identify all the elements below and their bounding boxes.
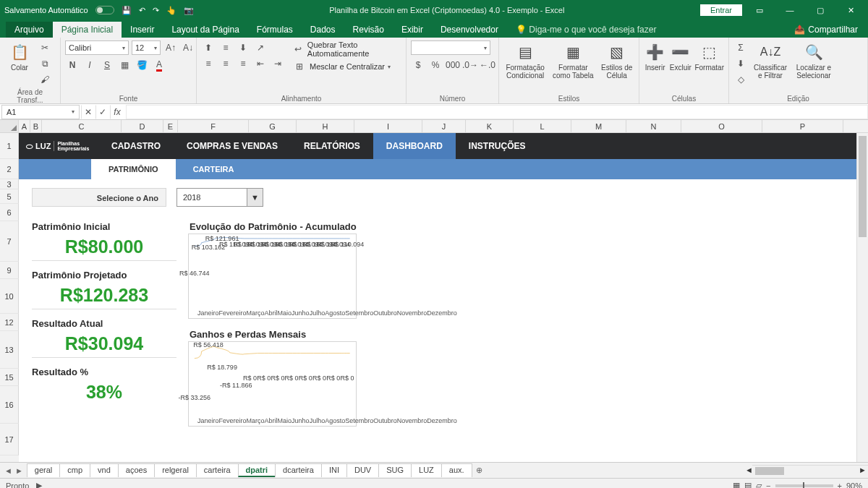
col-header[interactable]: D (122, 120, 163, 132)
fill-color-icon[interactable]: 🪣 (135, 58, 149, 72)
row-header[interactable]: 9 (0, 262, 19, 279)
row-header[interactable]: 12 (0, 314, 19, 331)
col-header[interactable]: E (163, 120, 178, 132)
merge-button[interactable]: ⊞Mesclar e Centralizar▾ (292, 59, 401, 74)
number-format-select[interactable]: ▾ (411, 40, 490, 55)
fx-cancel-icon[interactable]: ✕ (81, 105, 95, 119)
sheet-tab[interactable]: DUV (346, 463, 379, 477)
select-all-corner[interactable] (0, 120, 19, 132)
col-header[interactable]: N (626, 120, 681, 132)
orientation-icon[interactable]: ↗ (253, 40, 268, 55)
add-sheet-button[interactable]: ⊕ (472, 466, 487, 475)
align-mid-icon[interactable]: ≡ (218, 40, 233, 55)
sheet-tab[interactable]: relgeral (154, 463, 197, 477)
row-header[interactable]: 16 (0, 386, 19, 424)
col-header[interactable]: J (422, 120, 466, 132)
zoom-in-icon[interactable]: + (838, 481, 842, 489)
sheet-tab[interactable]: vnd (90, 463, 119, 477)
name-box[interactable]: A1▾ (1, 105, 80, 119)
align-bot-icon[interactable]: ⬇ (236, 40, 250, 55)
font-size-select[interactable]: 12▾ (132, 40, 161, 55)
col-header[interactable]: P (762, 120, 843, 132)
dec-inc-icon[interactable]: .0→ (463, 58, 477, 72)
grow-font-icon[interactable]: A↑ (163, 40, 178, 55)
cut-icon[interactable]: ✂ (38, 40, 52, 55)
tab-nav-prev-icon[interactable]: ◄ (4, 466, 12, 475)
sheet-tab[interactable]: aux. (441, 463, 472, 477)
insert-cells-button[interactable]: ➕Inserir (644, 40, 666, 73)
maximize-icon[interactable]: ▢ (807, 0, 833, 20)
minimize-icon[interactable]: — (777, 0, 803, 20)
view-break-icon[interactable]: ▱ (756, 481, 762, 488)
view-normal-icon[interactable]: ▦ (733, 481, 740, 488)
row-header[interactable]: 2 (0, 159, 19, 179)
sheet-tab[interactable]: INI (321, 463, 347, 477)
row-header[interactable]: 17 (0, 424, 19, 455)
underline-button[interactable]: S (100, 58, 114, 72)
horizontal-scrollbar[interactable]: ◄► (752, 465, 868, 476)
wrap-text-button[interactable]: ↩Quebrar Texto Automaticamente (292, 40, 401, 58)
menu-formulas[interactable]: Fórmulas (248, 22, 302, 38)
cond-format-button[interactable]: ▤Formatação Condicional (503, 40, 547, 81)
thousands-icon[interactable]: 000 (446, 58, 460, 72)
row-header[interactable]: 6 (0, 204, 19, 221)
indent-dec-icon[interactable]: ⇤ (253, 56, 268, 71)
fx-icon[interactable]: fx (110, 105, 124, 119)
macro-icon[interactable]: ▶ (36, 481, 42, 488)
undo-icon[interactable]: ↶ (139, 6, 145, 15)
row-header[interactable]: 3 (0, 179, 19, 189)
delete-cells-button[interactable]: ➖Excluir (669, 40, 692, 73)
tellme-search[interactable]: 💡 Diga-me o que você deseja fazer (507, 22, 665, 38)
col-header[interactable]: B (30, 120, 42, 132)
indent-inc-icon[interactable]: ⇥ (271, 56, 285, 71)
find-select-button[interactable]: 🔍Localizar e Selecionar (793, 40, 835, 81)
font-color-icon[interactable]: A (152, 58, 166, 72)
dash-tab[interactable]: COMPRAS E VENDAS (174, 133, 291, 159)
vertical-scrollbar[interactable] (856, 133, 868, 462)
autosum-icon[interactable]: Σ (733, 40, 748, 55)
italic-button[interactable]: I (82, 58, 97, 72)
menu-layout[interactable]: Layout da Página (163, 22, 247, 38)
view-layout-icon[interactable]: ▤ (744, 481, 752, 488)
row-header[interactable]: 7 (0, 221, 19, 262)
dash-tab[interactable]: DASHBOARD (373, 133, 456, 159)
fx-enter-icon[interactable]: ✓ (95, 105, 110, 119)
copy-icon[interactable]: ⧉ (38, 56, 52, 71)
row-header[interactable]: 1 (0, 133, 19, 159)
zoom-value[interactable]: 90% (846, 481, 862, 489)
save-icon[interactable]: 💾 (122, 6, 132, 15)
col-header[interactable]: K (466, 120, 514, 132)
camera-icon[interactable]: 📷 (184, 6, 194, 15)
year-select[interactable]: 2018▼ (176, 188, 263, 207)
col-header[interactable]: G (249, 120, 297, 132)
col-header[interactable]: H (297, 120, 354, 132)
menu-data[interactable]: Dados (302, 22, 344, 38)
shrink-font-icon[interactable]: A↓ (181, 40, 195, 55)
table-format-button[interactable]: ▦Formatar como Tabela (550, 40, 596, 81)
menu-file[interactable]: Arquivo (6, 22, 53, 38)
dash-tab[interactable]: CADASTRO (98, 133, 174, 159)
align-center-icon[interactable]: ≡ (218, 56, 233, 71)
redo-icon[interactable]: ↷ (153, 6, 159, 15)
col-header[interactable]: L (514, 120, 571, 132)
align-right-icon[interactable]: ≡ (236, 56, 250, 71)
signin-button[interactable]: Entrar (700, 4, 742, 16)
formula-input[interactable] (126, 105, 868, 119)
touch-icon[interactable]: 👆 (166, 6, 176, 15)
row-header[interactable]: 15 (0, 369, 19, 386)
menu-home[interactable]: Página Inicial (53, 22, 122, 38)
tab-nav-next-icon[interactable]: ► (15, 466, 23, 475)
menu-view[interactable]: Exibir (393, 22, 432, 38)
sheet-tab[interactable]: açoes (118, 463, 155, 477)
align-top-icon[interactable]: ⬆ (201, 40, 216, 55)
clear-icon[interactable]: ◇ (733, 72, 748, 87)
col-header[interactable]: I (354, 120, 422, 132)
bold-button[interactable]: N (65, 58, 80, 72)
row-header[interactable]: 13 (0, 331, 19, 369)
menu-developer[interactable]: Desenvolvedor (432, 22, 507, 38)
format-cells-button[interactable]: ⬚Formatar (694, 40, 724, 73)
currency-icon[interactable]: $ (411, 58, 425, 72)
dash-subtab[interactable]: CARTEIRA (176, 159, 252, 179)
fill-icon[interactable]: ⬇ (733, 56, 748, 71)
share-button[interactable]: 📤Compartilhar (784, 22, 868, 38)
